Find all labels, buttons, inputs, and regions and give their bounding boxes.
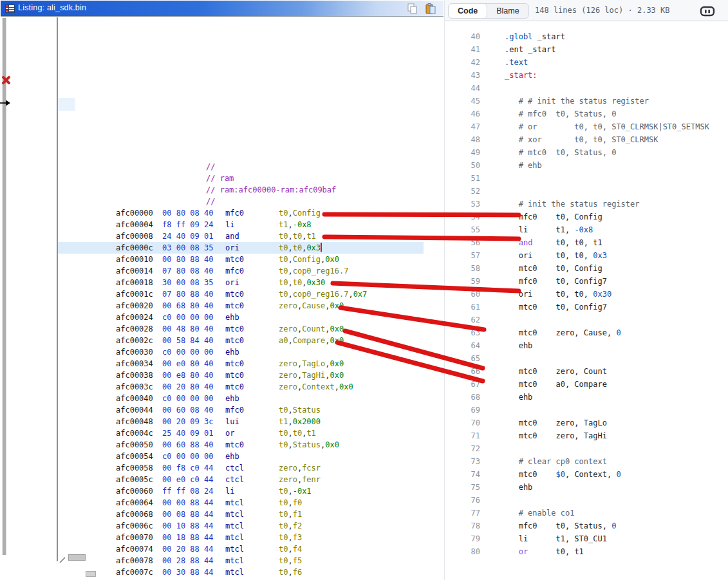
listing-row[interactable]: afc0001c07 80 88 40mtc0t0,cop0_reg16.7,0…	[0, 288, 444, 300]
listing-row[interactable]: afc0005c00 e0 c0 44ctclzero,fenr	[0, 474, 444, 485]
line-number[interactable]: 66	[445, 365, 480, 378]
bytes: 00 60 08 40	[162, 404, 213, 416]
line-number[interactable]: 76	[445, 494, 480, 507]
line-number[interactable]: 70	[445, 416, 480, 429]
line-number[interactable]: 77	[445, 507, 480, 519]
line-number[interactable]: 52	[445, 185, 480, 198]
line-number[interactable]: 57	[445, 249, 480, 262]
listing-row[interactable]: afc0001000 80 88 40mtc0t0,Config,0x0	[0, 254, 444, 265]
line-number[interactable]: 59	[445, 275, 480, 288]
line-number[interactable]: 63	[445, 326, 480, 339]
listing-row[interactable]: afc0002c00 58 84 40mtc0a0,Compare,0x0	[0, 335, 444, 346]
code-line-row: 54 mfc0 t0, Config	[445, 210, 728, 223]
listing-row[interactable]: afc0005000 60 88 40mtc0t0,Status,0x0	[0, 439, 444, 451]
resize-grip-icon[interactable]	[59, 555, 66, 566]
copy-icon[interactable]	[406, 3, 420, 15]
listing-row[interactable]: afc00004f8 ff 09 24lit1,-0x8	[0, 219, 444, 230]
listing-row[interactable]: afc0003800 e8 80 40mtc0zero,TagHi,0x0	[0, 370, 444, 381]
listing-row[interactable]: afc0004c25 40 09 01ort0,t0,t1	[0, 427, 444, 439]
line-number[interactable]: 58	[445, 262, 480, 275]
mnemonic: ori	[225, 242, 239, 254]
listing-row[interactable]: afc00040c0 00 00 00ehb	[0, 393, 444, 404]
listing-row[interactable]: afc0006800 08 88 44mtclt0,f1	[0, 509, 444, 520]
listing-row[interactable]: afc0007400 20 88 44mtclt0,f4	[0, 543, 444, 555]
address: afc00030	[116, 346, 153, 358]
code-line-row: 59 mfc0 t0, Config7	[445, 275, 728, 288]
listing-row[interactable]: afc0003c00 20 80 40mtc0zero,Context,0x0	[0, 381, 444, 393]
code-text: mfc0 t0, Config	[505, 210, 602, 223]
listing-row[interactable]: afc0007000 18 88 44mtclt0,f3	[0, 532, 444, 543]
listing-row[interactable]: afc0000c03 00 08 35orit0,t0,0x3	[0, 242, 444, 254]
line-number[interactable]: 71	[445, 429, 480, 442]
line-number[interactable]: 67	[445, 378, 480, 391]
listing-row[interactable]: afc0001407 80 08 40mfc0t0,cop0_reg16.7	[0, 265, 444, 277]
line-number[interactable]: 51	[445, 172, 480, 185]
address: afc0003c	[116, 381, 153, 393]
line-number[interactable]: 72	[445, 442, 480, 455]
bytes: 30 00 08 35	[162, 277, 213, 288]
line-number[interactable]: 47	[445, 120, 480, 133]
code-line-row: 53 # init the status register	[445, 198, 728, 210]
address: afc0007c	[116, 566, 153, 578]
listing-row[interactable]: afc0002800 48 80 40mtc0zero,Count,0x0	[0, 323, 444, 335]
line-number[interactable]: 74	[445, 468, 480, 481]
listing-row[interactable]: afc0006400 00 88 44mtclt0,f0	[0, 497, 444, 509]
listing-row[interactable]: afc0002000 68 80 40mtc0zero,Cause,0x0	[0, 300, 444, 312]
line-number[interactable]: 64	[445, 339, 480, 352]
listing-row[interactable]: afc00030c0 00 00 00ehb	[0, 346, 444, 358]
line-number[interactable]: 50	[445, 159, 480, 172]
line-number[interactable]: 42	[445, 56, 480, 69]
tab-code[interactable]: Code	[449, 4, 487, 18]
line-number[interactable]: 41	[445, 43, 480, 56]
line-number[interactable]: 73	[445, 455, 480, 468]
line-number[interactable]: 61	[445, 301, 480, 313]
listing-row[interactable]: afc0003400 e0 80 40mtc0zero,TagLo,0x0	[0, 358, 444, 370]
listing-row[interactable]: afc0004800 20 09 3cluit1,0x2000	[0, 416, 444, 427]
line-number[interactable]: 80	[445, 545, 480, 558]
listing-row[interactable]: afc0000000 80 08 40mfc0t0,Config	[0, 207, 444, 219]
listing-row[interactable]: afc0006c00 10 88 44mtclt0,f2	[0, 520, 444, 532]
listing-row[interactable]: afc00024c0 00 00 00ehb	[0, 312, 444, 323]
line-number[interactable]: 68	[445, 391, 480, 404]
line-number[interactable]: 55	[445, 223, 480, 236]
line-number[interactable]: 79	[445, 532, 480, 545]
line-number[interactable]: 53	[445, 198, 480, 210]
code-line-row: 64 ehb	[445, 339, 728, 352]
listing-row[interactable]: afc00060ff ff 08 24lit0,-0x1	[0, 485, 444, 497]
line-number[interactable]: 69	[445, 404, 480, 416]
line-number[interactable]: 62	[445, 313, 480, 326]
horizontal-scrollbar-thumb-2[interactable]	[86, 571, 96, 577]
listing-comment: // ram:afc00000-ram:afc09baf	[206, 184, 336, 196]
listing-row[interactable]: afc0007800 28 88 44mtclt0,f5	[0, 555, 444, 566]
listing-row[interactable]: afc00054c0 00 00 00ehb	[0, 451, 444, 462]
line-number[interactable]: 56	[445, 236, 480, 249]
bytes: 03 00 08 35	[162, 242, 213, 254]
line-number[interactable]: 49	[445, 146, 480, 159]
line-number[interactable]: 40	[445, 30, 480, 43]
listing-row[interactable]: afc0001830 00 08 35orit0,t0,0x30	[0, 277, 444, 288]
line-number[interactable]: 46	[445, 108, 480, 120]
mnemonic: mtc0	[225, 370, 244, 381]
paste-icon[interactable]	[424, 3, 438, 15]
line-number[interactable]: 48	[445, 133, 480, 146]
listing-row[interactable]: afc0004400 60 08 40mfc0t0,Status	[0, 404, 444, 416]
horizontal-scrollbar-thumb[interactable]	[68, 554, 86, 561]
current-location-marker	[58, 98, 75, 111]
code-text: .globl _start	[505, 30, 565, 43]
line-number[interactable]: 75	[445, 481, 480, 494]
line-number[interactable]: 45	[445, 95, 480, 108]
line-number[interactable]: 54	[445, 210, 480, 223]
line-number[interactable]: 43	[445, 69, 480, 82]
listing-row[interactable]: afc0007c00 30 88 44mtclt0,f6	[0, 566, 444, 578]
mnemonic: mtcl	[225, 555, 244, 566]
tab-blame[interactable]: Blame	[487, 4, 528, 18]
line-number[interactable]: 44	[445, 82, 480, 95]
line-number[interactable]: 60	[445, 288, 480, 301]
line-number[interactable]: 65	[445, 352, 480, 365]
copilot-icon[interactable]	[700, 5, 715, 20]
listing-row[interactable]: afc0000824 40 09 01andt0,t0,t1	[0, 230, 444, 242]
mnemonic: and	[225, 230, 239, 242]
line-number[interactable]: 78	[445, 519, 480, 532]
bytes: 24 40 09 01	[162, 230, 213, 242]
listing-row[interactable]: afc0005800 f8 c0 44ctclzero,fcsr	[0, 462, 444, 474]
